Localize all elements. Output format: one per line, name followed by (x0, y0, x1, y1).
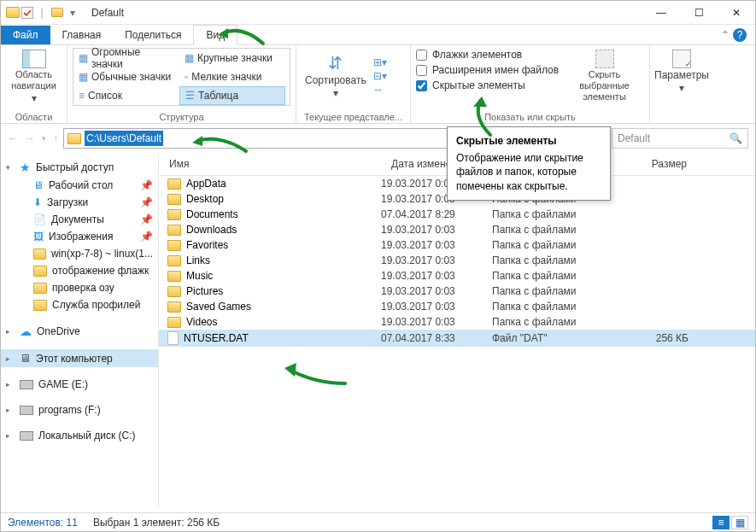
file-name: Saved Games (186, 301, 251, 313)
file-type: Папка с файлами (492, 208, 620, 220)
group-by-button[interactable]: ⊞▾ (373, 56, 387, 68)
navigation-pane-button[interactable]: Область навигации ▾ (6, 48, 62, 107)
file-row[interactable]: Pictures19.03.2017 0:03Папка с файлами (159, 284, 755, 299)
sidebar-drive-local-c[interactable]: ▸Локальный диск (C:) (1, 427, 158, 444)
file-type: Папка с файлами (492, 254, 620, 266)
layout-large[interactable]: ▦Крупные значки (179, 49, 285, 67)
item-checkboxes-option[interactable]: Флажки элементов (416, 48, 561, 61)
sort-icon: ⇵ (328, 53, 343, 73)
file-date: 07.04.2017 8:33 (381, 332, 492, 344)
search-icon: 🔍 (730, 132, 742, 144)
add-columns-button[interactable]: ⊟▾ (373, 70, 387, 82)
search-box[interactable]: Default 🔍 (612, 128, 748, 149)
qat-separator: | (35, 6, 49, 20)
status-count: Элементов: 11 (8, 517, 78, 529)
forward-button[interactable]: → (25, 132, 35, 144)
hide-selected-button[interactable]: Скрыть выбранные элементы (565, 48, 644, 105)
close-button[interactable]: ✕ (718, 1, 755, 25)
sort-label: Сортировать (305, 74, 366, 86)
file-row[interactable]: Downloads19.03.2017 0:03Папка с файлами (159, 222, 755, 237)
file-type: Папка с файлами (492, 239, 620, 251)
size-columns-button[interactable]: ↔ (373, 84, 387, 96)
sort-button[interactable]: ⇵ Сортировать ▾ (302, 51, 370, 102)
panes-group-label: Области (6, 110, 62, 122)
sidebar-quick-access[interactable]: ▾★Быстрый доступ (1, 158, 158, 177)
file-row[interactable]: Videos19.03.2017 0:03Папка с файлами (159, 314, 755, 330)
file-list[interactable]: Имя Дата изменения Тип Размер AppData19.… (159, 153, 755, 509)
layout-small[interactable]: ▫Мелкие значки (179, 67, 285, 86)
extra-large-icon: ▦ (79, 52, 88, 64)
help-icon[interactable]: ? (733, 28, 747, 42)
history-dropdown[interactable]: ▾ (42, 134, 46, 143)
sidebar-onedrive[interactable]: ▸☁OneDrive (1, 322, 158, 341)
options-button[interactable]: ✓ Параметры ▾ (655, 48, 708, 96)
details-icon: ☰ (185, 90, 195, 102)
layout-details[interactable]: ☰Таблица (179, 86, 285, 105)
navigation-pane[interactable]: ▾★Быстрый доступ 🖥Рабочий стол📌 ⬇Загрузк… (1, 153, 159, 509)
folder-icon (167, 178, 181, 190)
sidebar-this-pc[interactable]: ▸🖥Этот компьютер (1, 349, 158, 367)
tab-home[interactable]: Главная (50, 26, 114, 44)
column-name[interactable]: Имя (159, 153, 381, 175)
file-type: Папка с файлами (492, 270, 620, 282)
maximize-button[interactable]: ☐ (680, 1, 718, 25)
file-row[interactable]: Music19.03.2017 0:03Папка с файлами (159, 268, 755, 284)
file-size: 256 КБ (620, 332, 697, 344)
qat-checkbox-icon[interactable] (21, 7, 33, 19)
pin-icon: 📌 (140, 179, 153, 191)
options-icon: ✓ (672, 50, 691, 68)
minimize-button[interactable]: — (642, 1, 680, 25)
file-extensions-option[interactable]: Расширения имен файлов (416, 63, 561, 77)
chevron-down-icon: ▾ (679, 82, 684, 94)
file-row[interactable]: Links19.03.2017 0:03Папка с файлами (159, 253, 755, 268)
layout-list[interactable]: ≡Список (73, 86, 179, 105)
tab-share[interactable]: Поделиться (113, 26, 193, 44)
file-name: Favorites (186, 239, 228, 251)
tab-view[interactable]: Вид (193, 25, 237, 45)
file-date: 19.03.2017 0:03 (381, 285, 492, 297)
folder-icon (6, 6, 20, 20)
column-size[interactable]: Размер (620, 153, 697, 175)
window-title: Default (91, 7, 124, 19)
up-button[interactable]: ↑ (53, 132, 58, 144)
sidebar-downloads[interactable]: ⬇Загрузки📌 (1, 194, 158, 211)
details-view-button[interactable]: ≡ (712, 516, 730, 529)
layout-medium[interactable]: ▦Обычные значки (73, 67, 179, 86)
sidebar-profiles[interactable]: Служба профилей (1, 296, 158, 313)
sidebar-ozu[interactable]: проверка озу (1, 279, 158, 296)
layout-extra-large[interactable]: ▦Огромные значки (73, 49, 179, 67)
file-row[interactable]: NTUSER.DAT07.04.2017 8:33Файл "DAT"256 К… (159, 330, 755, 347)
sidebar-winxp[interactable]: win(xp-7-8) ~ linux(1... (1, 245, 158, 262)
file-date: 19.03.2017 0:03 (381, 301, 492, 313)
sidebar-drive-game[interactable]: ▸GAME (E:) (1, 376, 158, 393)
hidden-items-option[interactable]: Скрытые элементы (416, 79, 561, 92)
tab-file[interactable]: Файл (1, 26, 50, 44)
file-row[interactable]: Saved Games19.03.2017 0:03Папка с файлам… (159, 299, 755, 314)
chevron-right-icon: ▸ (6, 380, 10, 389)
list-icon: ≡ (79, 90, 85, 102)
documents-icon: 📄 (33, 213, 46, 225)
drive-icon (20, 431, 33, 441)
small-icon: ▫ (185, 71, 188, 83)
file-row[interactable]: Documents07.04.2017 8:29Папка с файлами (159, 207, 755, 222)
folder-icon (167, 255, 181, 266)
sidebar-documents[interactable]: 📄Документы📌 (1, 211, 158, 228)
folder-icon (167, 301, 181, 313)
file-date: 19.03.2017 0:03 (381, 254, 492, 266)
pane-icon (22, 50, 46, 68)
sidebar-drive-programs[interactable]: ▸programs (F:) (1, 401, 158, 418)
qat-dropdown-icon[interactable]: ▾ (66, 6, 79, 20)
back-button[interactable]: ← (8, 132, 18, 144)
file-name: Desktop (186, 193, 224, 205)
sidebar-pictures[interactable]: 🖼Изображения📌 (1, 228, 158, 245)
file-row[interactable]: Favorites19.03.2017 0:03Папка с файлами (159, 237, 755, 253)
status-selection: Выбран 1 элемент: 256 КБ (93, 517, 220, 529)
sidebar-desktop[interactable]: 🖥Рабочий стол📌 (1, 177, 158, 194)
address-path: C:\Users\Default (85, 131, 163, 146)
ribbon-collapse-icon[interactable]: ⌃ (721, 29, 730, 41)
sidebar-otob[interactable]: отображение флажк (1, 262, 158, 279)
medium-icon: ▦ (79, 71, 88, 83)
desktop-icon: 🖥 (33, 179, 44, 191)
file-name: Music (186, 270, 213, 282)
thumbnails-view-button[interactable]: ▦ (731, 516, 748, 529)
